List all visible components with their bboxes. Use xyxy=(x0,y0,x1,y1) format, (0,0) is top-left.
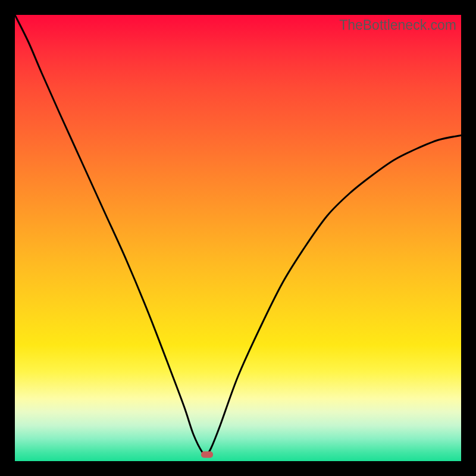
plot-area: TheBottleneck.com xyxy=(15,15,461,461)
min-marker-icon xyxy=(201,451,213,458)
bottleneck-curve xyxy=(15,15,461,461)
chart-frame: TheBottleneck.com xyxy=(0,0,476,476)
watermark-text: TheBottleneck.com xyxy=(339,17,456,33)
